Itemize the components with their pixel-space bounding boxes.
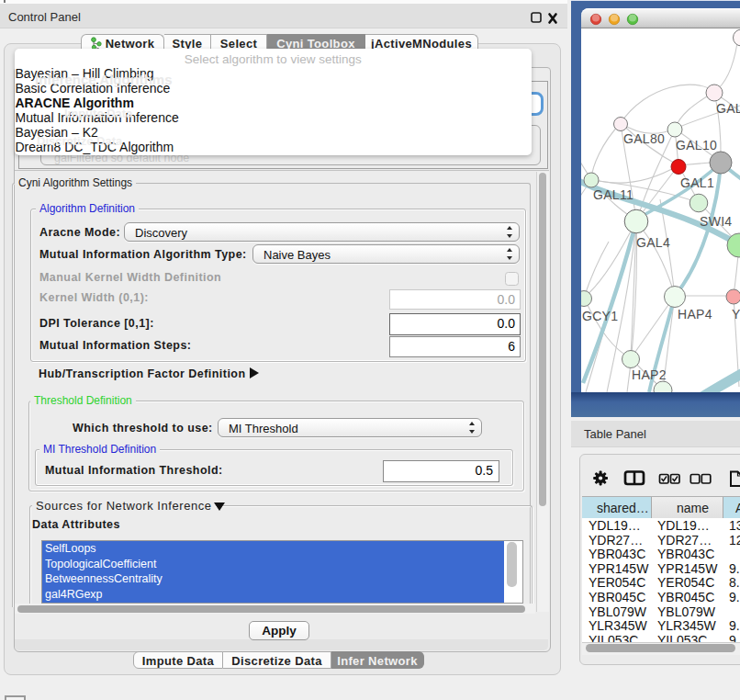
svg-text:GCY1: GCY1: [582, 309, 618, 323]
svg-text:GAL11: GAL11: [593, 187, 633, 202]
svg-text:GAL80: GAL80: [623, 131, 665, 146]
svg-text:HAP2: HAP2: [632, 367, 667, 382]
svg-text:Y: Y: [732, 307, 740, 322]
svg-text:SWI4: SWI4: [700, 214, 732, 229]
svg-text:GAL1: GAL1: [680, 175, 714, 190]
svg-text:GAL10: GAL10: [676, 138, 717, 152]
svg-text:GAL: GAL: [716, 101, 740, 116]
svg-text:HAP4: HAP4: [678, 307, 712, 322]
svg-text:GAL4: GAL4: [636, 235, 670, 250]
